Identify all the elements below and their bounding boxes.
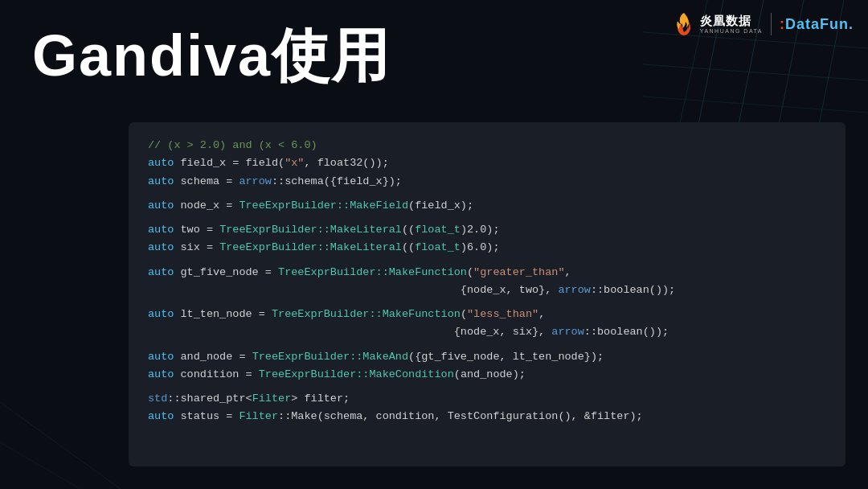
- datafun-colon: :: [780, 16, 785, 32]
- code-line-11: auto condition = TreeExprBuilder::MakeCo…: [148, 366, 826, 384]
- svg-line-8: [0, 402, 121, 489]
- code-line-9: {node_x, six}, arrow::boolean());: [148, 323, 826, 341]
- page-title: Gandiva使用: [32, 18, 391, 95]
- svg-line-9: [0, 442, 80, 489]
- code-line-7: {node_x, two}, arrow::boolean());: [148, 281, 826, 299]
- flame-icon: [673, 11, 695, 37]
- logo-divider: [771, 13, 772, 35]
- code-line-1: auto field_x = field("x", float32());: [148, 154, 826, 172]
- code-line-8: auto lt_ten_node = TreeExprBuilder::Make…: [148, 306, 826, 323]
- logo-en: YANHUANG DATA: [700, 28, 763, 34]
- code-comment: // (x > 2.0) and (x < 6.0): [148, 137, 826, 154]
- code-line-13: auto status = Filter::Make(schema, condi…: [148, 408, 826, 425]
- code-line-3: auto node_x = TreeExprBuilder::MakeField…: [148, 197, 826, 215]
- svg-line-7: [643, 97, 868, 113]
- code-block: // (x > 2.0) and (x < 6.0) auto field_x …: [129, 122, 845, 466]
- svg-line-6: [643, 64, 868, 80]
- code-line-6: auto gt_five_node = TreeExprBuilder::Mak…: [148, 264, 826, 281]
- code-line-4: auto two = TreeExprBuilder::MakeLiteral(…: [148, 221, 826, 239]
- code-line-2: auto schema = arrow::schema({field_x});: [148, 173, 826, 191]
- spacer-2: [148, 215, 826, 221]
- spacer-6: [148, 384, 826, 390]
- spacer-1: [148, 191, 826, 197]
- logo-text: 炎凰数据 YANHUANG DATA: [700, 14, 763, 34]
- spacer-3: [148, 257, 826, 264]
- yanhuang-logo: 炎凰数据 YANHUANG DATA: [673, 11, 763, 37]
- datafun-text: DataFun.: [785, 16, 854, 32]
- logo-cn: 炎凰数据: [700, 14, 763, 27]
- logo-area: 炎凰数据 YANHUANG DATA :DataFun.: [673, 11, 854, 37]
- code-line-12: std::shared_ptr<Filter> filter;: [148, 390, 826, 408]
- spacer-4: [148, 299, 826, 306]
- code-line-10: auto and_node = TreeExprBuilder::MakeAnd…: [148, 348, 826, 366]
- spacer-5: [148, 342, 826, 348]
- datafun-logo: :DataFun.: [780, 16, 854, 33]
- code-line-5: auto six = TreeExprBuilder::MakeLiteral(…: [148, 239, 826, 257]
